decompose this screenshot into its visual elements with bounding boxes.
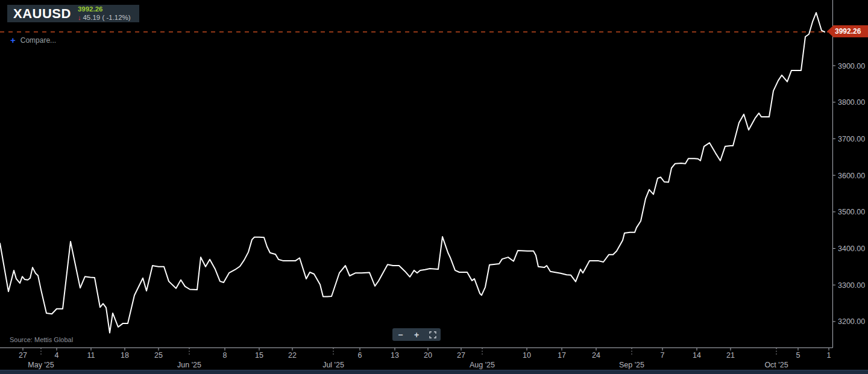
quote-block: 3992.26 ↓ 45.19 ( -1.12%) <box>78 6 131 22</box>
source-attribution: Source: Mettis Global <box>10 336 73 343</box>
last-price-tag: 3992.26 <box>827 25 868 37</box>
zoom-out-button[interactable]: − <box>394 328 407 341</box>
x-tick-label: 27 <box>19 351 27 360</box>
arrow-down-icon: ↓ <box>78 14 81 21</box>
price-line-series <box>0 13 825 333</box>
month-label: May '25 <box>28 361 54 369</box>
fullscreen-icon <box>429 331 436 338</box>
x-tick-label: 10 <box>523 351 531 360</box>
x-tick-label: 18 <box>121 351 129 360</box>
x-tick-label: 15 <box>255 351 263 360</box>
month-label: Jul '25 <box>322 361 344 369</box>
x-tick-label: 25 <box>154 351 163 360</box>
x-tick-label: 5 <box>796 351 800 360</box>
y-axis-label: 3300.00 <box>838 281 865 290</box>
last-price-value: 3992.26 <box>78 6 131 13</box>
x-tick-label: 13 <box>391 351 399 360</box>
month-label: Oct '25 <box>764 361 788 369</box>
y-axis-label: 3200.00 <box>838 317 865 326</box>
compare-button[interactable]: + Compare... <box>10 36 56 45</box>
x-tick-label: 22 <box>288 351 297 360</box>
symbol-header[interactable]: XAUUSD 3992.26 ↓ 45.19 ( -1.12%) <box>7 5 139 22</box>
x-tick-label: 27 <box>457 351 465 360</box>
x-tick-label: 17 <box>558 351 566 360</box>
x-tick-label: 21 <box>726 351 735 360</box>
bottom-panel-divider <box>0 370 868 374</box>
price-chart-canvas[interactable]: 3900.003800.003700.003600.003500.003400.… <box>0 0 868 374</box>
x-tick-label: 8 <box>223 351 227 360</box>
y-axis-label: 3600.00 <box>838 172 865 180</box>
fullscreen-button[interactable] <box>426 328 439 341</box>
x-tick-label: 24 <box>592 351 600 360</box>
x-tick-label: 11 <box>87 351 95 360</box>
compare-label: Compare... <box>20 36 56 45</box>
x-tick-label: 14 <box>693 351 701 360</box>
y-axis-label: 3400.00 <box>838 245 865 253</box>
plus-icon: + <box>10 36 16 45</box>
month-label: Aug '25 <box>470 361 495 369</box>
x-tick-label: 6 <box>358 351 362 360</box>
symbol-name: XAUUSD <box>13 6 71 22</box>
x-tick-label: 20 <box>424 351 432 360</box>
zoom-in-button[interactable]: + <box>410 328 423 341</box>
y-axis-label: 3900.00 <box>838 62 865 70</box>
x-tick-label: 7 <box>661 351 665 360</box>
price-change-value: 45.19 ( -1.12%) <box>83 14 130 22</box>
month-label: Jun '25 <box>177 361 201 369</box>
x-tick-label: 4 <box>55 351 59 360</box>
y-axis-label: 3800.00 <box>838 98 865 107</box>
y-axis-label: 3500.00 <box>838 208 865 216</box>
month-label: Sep '25 <box>619 361 644 369</box>
chart-zoom-toolbar: − + <box>392 328 441 341</box>
x-tick-label: 1 <box>827 351 831 360</box>
y-axis-label: 3700.00 <box>838 135 865 143</box>
